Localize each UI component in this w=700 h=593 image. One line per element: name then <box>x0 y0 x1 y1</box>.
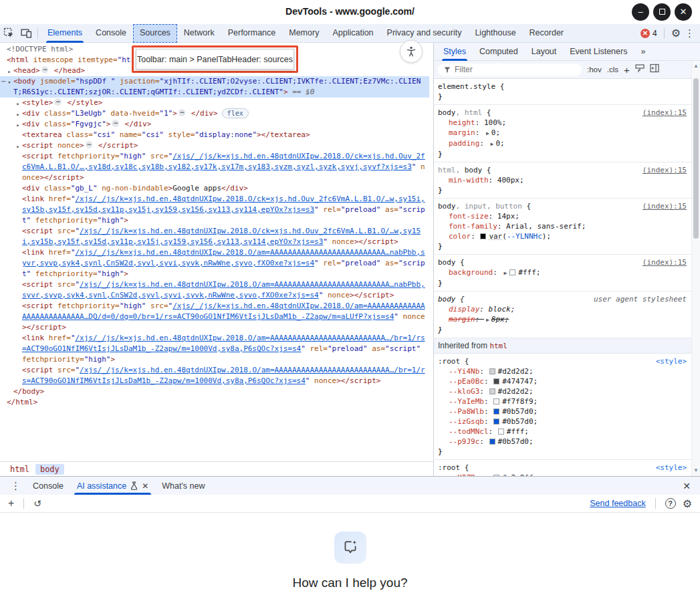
css-property[interactable]: --Pa8Wlb: #0b57d0; <box>438 406 683 417</box>
new-chat-icon[interactable]: + <box>8 497 14 509</box>
dom-tree-row[interactable]: <link href="/xjs/_/js/k=xjs.hd.en.48qtdn… <box>0 333 429 365</box>
style-rule[interactable]: body, input, button {(index):15font-size… <box>434 199 700 255</box>
drawer-tab-ai-assistance[interactable]: AI assistance✕ <box>70 477 155 495</box>
css-property[interactable]: --YaIeMb: #f7f8f9; <box>438 396 683 406</box>
settings-gear-icon[interactable]: ⚙ <box>671 27 681 39</box>
styles-filter-input[interactable] <box>455 65 562 74</box>
main-tab-sources[interactable]: Sources <box>133 24 177 43</box>
css-property[interactable]: color: var(--YLNNHc); <box>438 231 683 241</box>
color-swatch[interactable] <box>509 269 515 275</box>
drawer-close-icon[interactable]: ✕ <box>683 481 695 491</box>
styles-scrollbar[interactable]: ▲ ▼ <box>691 61 700 476</box>
stylesheet-link[interactable]: <style> <box>656 356 687 366</box>
sidebar-tab-styles[interactable]: Styles <box>437 43 473 61</box>
breadcrumb-body[interactable]: body <box>35 464 64 475</box>
inline-expand-icon[interactable]: ⋯ <box>112 120 118 127</box>
dom-tree-row[interactable]: ▸<style>⋯ </style> <box>0 98 429 108</box>
breadcrumb-html[interactable]: html <box>5 464 34 475</box>
sidebar-tab-layout[interactable]: Layout <box>525 43 564 61</box>
style-rule[interactable]: body {user agent stylesheetdisplay: bloc… <box>434 291 700 338</box>
dom-tree-row[interactable]: <textarea class="csi" name="csi" style="… <box>0 130 429 140</box>
color-swatch[interactable] <box>498 429 504 435</box>
color-swatch[interactable] <box>493 398 499 404</box>
drawer-tab-console[interactable]: Console <box>26 477 70 495</box>
error-count-badge[interactable]: ✕ 4 <box>640 29 657 38</box>
css-property[interactable]: padding: ▶0; <box>438 138 683 149</box>
css-property[interactable]: --p9J9c: #0b57d0; <box>438 437 683 447</box>
more-options-icon[interactable]: ⋮ <box>685 27 695 39</box>
css-property[interactable]: --Yi4Nb: #d2d2d2; <box>438 366 683 376</box>
dom-tree-row[interactable]: <script src="/xjs/_/js/k=xjs.hd.en.48qtd… <box>0 279 429 301</box>
css-property[interactable]: --todMNcl: #fff; <box>438 427 683 437</box>
color-swatch[interactable] <box>493 408 499 414</box>
css-property[interactable]: margin: ▶8px; <box>438 314 683 325</box>
css-property[interactable]: font-size: 14px; <box>438 211 683 221</box>
main-tab-network[interactable]: Network <box>177 24 221 43</box>
dom-tree-row[interactable]: ▸<div class="Fgvgjc">⋯ </div> <box>0 119 429 130</box>
dom-tree-row[interactable]: <div class="gb_L" ng-non-bindable>Google… <box>0 183 429 194</box>
css-property[interactable]: height: 100%; <box>438 118 683 128</box>
send-feedback-link[interactable]: Send feedback <box>590 499 645 508</box>
dom-tree-row[interactable]: </html> <box>0 397 429 408</box>
history-icon[interactable]: ↺ <box>33 498 41 509</box>
expand-arrow-icon[interactable]: ▸ <box>15 98 21 109</box>
inline-expand-icon[interactable]: ⋯ <box>54 98 61 106</box>
expand-arrow-icon[interactable]: ▸ <box>15 141 21 152</box>
style-rule[interactable]: :root {<style>--KIZRne: #e3e9ff;} <box>434 460 700 476</box>
style-rule[interactable]: body, html {(index):15height: 100%;margi… <box>434 105 700 162</box>
device-toolbar-icon[interactable] <box>17 26 35 41</box>
expand-arrow-icon[interactable]: ▸ <box>15 120 21 130</box>
accessibility-person-icon[interactable] <box>400 40 423 63</box>
dom-tree-row[interactable]: </body> <box>0 386 429 397</box>
close-button[interactable]: ✕ <box>675 3 692 21</box>
css-property[interactable]: margin: ▶0; <box>438 128 683 138</box>
help-icon[interactable]: ? <box>665 498 676 509</box>
main-tab-elements[interactable]: Elements <box>41 24 89 43</box>
inline-expand-icon[interactable]: ⋯ <box>41 66 48 74</box>
css-property[interactable]: --pEa0Bc: #474747; <box>438 376 683 386</box>
inline-expand-icon[interactable]: ⋯ <box>86 141 92 148</box>
color-swatch[interactable] <box>489 368 495 374</box>
scroll-up-icon[interactable]: ▲ <box>692 62 700 70</box>
collapse-arrow-icon[interactable]: ▾ <box>6 77 13 88</box>
toggle-element-state-button[interactable]: :hov <box>587 66 602 74</box>
main-tab-memory[interactable]: Memory <box>282 24 326 43</box>
css-property[interactable]: --izGsqb: #0b57d0; <box>438 417 683 427</box>
minimize-button[interactable]: – <box>632 3 649 21</box>
color-swatch[interactable] <box>489 439 495 445</box>
dom-tree-row[interactable]: <script fetchpriority="high" src="/xjs/_… <box>0 301 429 333</box>
sidebar-tab-computed[interactable]: Computed <box>473 43 525 61</box>
dom-tree-row[interactable]: <link href="/xjs/_/js/k=xjs.hd.en.48qtdn… <box>0 247 429 279</box>
dom-tree-row[interactable]: ▸<script nonce>⋯ </script> <box>0 140 429 151</box>
color-swatch[interactable] <box>489 388 495 394</box>
flex-badge[interactable]: flex <box>222 108 249 118</box>
rendering-icon[interactable] <box>635 64 645 76</box>
main-tab-performance[interactable]: Performance <box>221 24 283 43</box>
scrollbar-thumb[interactable] <box>693 78 699 239</box>
style-rule[interactable]: body {(index):15background: ▶#fff;} <box>434 255 700 291</box>
expand-arrow-icon[interactable]: ▸ <box>15 109 21 120</box>
inspect-element-icon[interactable] <box>0 26 17 41</box>
new-style-rule-button[interactable]: + <box>624 64 630 76</box>
toggle-sidebar-icon[interactable] <box>650 64 659 76</box>
stylesheet-link[interactable]: (index):15 <box>643 257 687 267</box>
css-property[interactable]: background: ▶#fff; <box>438 267 683 278</box>
color-swatch[interactable] <box>480 233 486 239</box>
tab-close-icon[interactable]: ✕ <box>142 477 148 495</box>
dom-tree-row[interactable]: <link href="/xjs/_/js/k=xjs.hd.en.48qtdn… <box>0 194 429 226</box>
dom-tree-row[interactable]: <script src="/xjs/_/js/k=xjs.hd.en.48qtd… <box>0 226 429 247</box>
main-tab-lighthouse[interactable]: Lighthouse <box>468 24 522 43</box>
css-property[interactable]: display: block; <box>438 304 683 314</box>
stylesheet-link[interactable]: (index):15 <box>643 201 687 211</box>
styles-filter[interactable] <box>438 64 582 76</box>
main-tab-console[interactable]: Console <box>89 24 133 43</box>
css-property[interactable]: font-family: Arial, sans-serif; <box>438 221 683 231</box>
stylesheet-link[interactable]: (index):15 <box>643 108 687 118</box>
style-rule[interactable]: :root {<style>--Yi4Nb: #d2d2d2;--pEa0Bc:… <box>434 354 700 460</box>
more-tabs-icon[interactable]: » <box>634 43 652 61</box>
drawer-tab-what-s-new[interactable]: What's new <box>155 477 211 495</box>
element-classes-button[interactable]: .cls <box>607 66 618 74</box>
dom-tree-row[interactable]: ⋯▾<body jsmodel="hspDDf " jsaction="xjhT… <box>0 76 429 98</box>
css-property[interactable]: min-width: 400px; <box>438 175 683 185</box>
style-rule[interactable]: element.style {} <box>434 79 700 105</box>
